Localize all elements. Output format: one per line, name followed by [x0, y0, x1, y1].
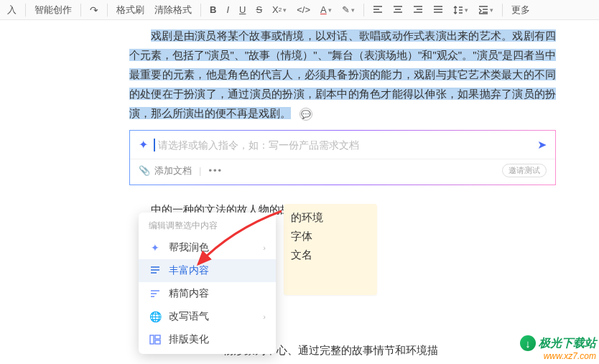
separator — [25, 4, 26, 17]
toolbar-superscript[interactable]: X2▾ — [268, 1, 291, 19]
toolbar-strike[interactable]: S — [251, 1, 266, 19]
menu-item-layout[interactable]: 排版美化 — [139, 328, 276, 351]
watermark-icon: ↓ — [520, 335, 536, 351]
sparkle-icon: ✦ — [139, 138, 148, 151]
toolbar-align-right[interactable] — [409, 1, 427, 19]
ai-assistant-panel: ✦ ➤ 📎 添加文档 | ••• 邀请测试 — [129, 130, 556, 185]
more-options[interactable]: ••• — [208, 165, 223, 176]
menu-label: 帮我润色 — [169, 241, 209, 254]
document-body[interactable]: 戏剧是由演员将某个故事或情境，以对话、歌唱或动作式表演出来的艺术。戏剧有四个元素… — [0, 20, 599, 123]
paperclip-icon: 📎 — [139, 165, 150, 176]
menu-item-tone[interactable]: 🌐 改写语气 › — [139, 305, 276, 328]
separator — [363, 4, 364, 17]
svg-rect-0 — [150, 335, 154, 344]
redo-icon: ↷ — [90, 4, 98, 16]
toolbar-align-left[interactable] — [368, 1, 387, 19]
toolbar-italic[interactable]: I — [222, 1, 233, 19]
watermark-url: www.xz7.com — [520, 351, 596, 361]
toolbar-align-justify[interactable] — [429, 1, 447, 19]
svg-rect-1 — [155, 335, 160, 339]
suggestion-item[interactable]: 文名 — [291, 246, 370, 264]
ai-command-input[interactable] — [158, 139, 532, 151]
invite-test-button[interactable]: 邀请测试 — [502, 164, 547, 177]
separator — [502, 4, 503, 17]
text-cursor — [154, 139, 155, 151]
highlight-icon: ✎ — [342, 4, 350, 15]
lines-expand-icon — [149, 265, 162, 276]
toolbar-indent[interactable]: ▾ — [474, 1, 498, 19]
menu-label: 改写语气 — [169, 310, 209, 323]
menu-item-polish[interactable]: ✦ 帮我润色 › — [139, 236, 276, 259]
layout-icon — [149, 334, 162, 345]
selected-text[interactable]: 戏剧是由演员将某个故事或情境，以对话、歌唱或动作式表演出来的艺术。戏剧有四个元素… — [129, 29, 556, 119]
menu-label: 丰富内容 — [169, 264, 209, 277]
menu-label: 精简内容 — [169, 287, 209, 300]
sparkle-icon: ✦ — [149, 242, 162, 253]
suggestion-item[interactable]: 的环境 — [291, 208, 370, 227]
menu-item-enrich[interactable]: 丰富内容 — [139, 259, 276, 282]
toolbar-clear-format[interactable]: 清除格式 — [150, 1, 196, 19]
watermark-name: 极光下载站 — [539, 336, 596, 351]
toolbar-align-center[interactable] — [389, 1, 407, 19]
chevron-right-icon: › — [263, 243, 266, 252]
svg-rect-2 — [155, 340, 160, 344]
watermark: ↓ 极光下载站 www.xz7.com — [520, 335, 596, 361]
toolbar-insert[interactable]: 入 — [3, 1, 21, 19]
attach-document[interactable]: 📎 添加文档 — [139, 164, 192, 177]
globe-icon: 🌐 — [149, 311, 162, 322]
toolbar-highlight[interactable]: ✎▾ — [338, 1, 359, 19]
menu-item-simplify[interactable]: 精简内容 — [139, 282, 276, 305]
toolbar-underline[interactable]: U — [235, 1, 250, 19]
suggestion-panel: 的环境 字体 文名 — [284, 204, 377, 295]
toolbar-line-spacing[interactable]: ▾ — [449, 1, 473, 19]
toolbar-bold[interactable]: B — [205, 1, 220, 19]
toolbar-more[interactable]: 更多 — [507, 1, 534, 19]
separator — [107, 4, 108, 17]
toolbar-font-color[interactable]: A▾ — [316, 1, 336, 19]
send-icon[interactable]: ➤ — [537, 138, 547, 151]
dropdown-header: 编辑调整选中内容 — [139, 217, 276, 236]
toolbar-format-painter[interactable]: 格式刷 — [112, 1, 149, 19]
lines-collapse-icon — [149, 288, 162, 299]
separator — [80, 4, 81, 17]
toolbar-code[interactable]: </> — [292, 1, 315, 19]
chevron-right-icon: › — [263, 312, 266, 321]
separator — [200, 4, 201, 17]
suggestion-item[interactable]: 字体 — [291, 227, 370, 246]
menu-label: 排版美化 — [169, 333, 209, 346]
attach-label: 添加文档 — [154, 164, 192, 177]
comment-icon[interactable]: 💬 — [300, 108, 312, 121]
toolbar-ai-create[interactable]: 智能创作 — [30, 1, 76, 19]
toolbar-redo[interactable]: ↷ — [85, 1, 103, 19]
ai-actions-dropdown: 编辑调整选中内容 ✦ 帮我润色 › 丰富内容 精简内容 🌐 改写语气 › 排版美… — [139, 213, 276, 354]
